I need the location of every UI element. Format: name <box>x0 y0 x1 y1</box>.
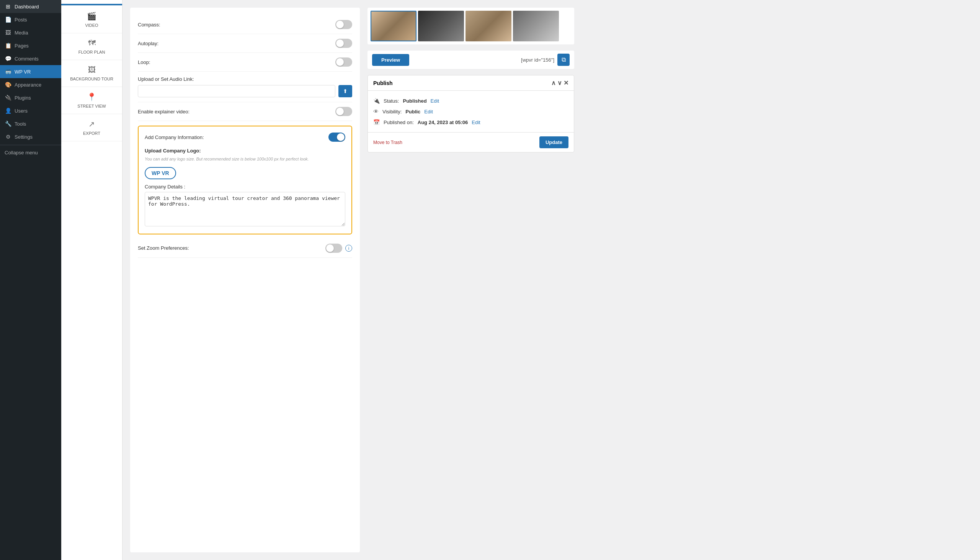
audio-upload-button[interactable]: ⬆ <box>339 85 352 97</box>
visibility-edit-link[interactable]: Edit <box>424 109 433 115</box>
sidebar-item-pages[interactable]: 📋 Pages <box>0 39 61 52</box>
sidebar-item-dashboard[interactable]: ⊞ Dashboard <box>0 0 61 13</box>
sidebar-item-media[interactable]: 🖼 Media <box>0 26 61 39</box>
autoplay-toggle[interactable] <box>336 39 352 48</box>
sidebar-item-posts[interactable]: 📄 Posts <box>0 13 61 26</box>
sidebar-item-tools[interactable]: 🔧 Tools <box>0 117 61 130</box>
explainer-video-row: Enable explainer video: <box>138 102 352 121</box>
left-panel-item-video[interactable]: 🎬 VIDEO <box>61 6 122 33</box>
explainer-video-label: Enable explainer video: <box>138 109 189 115</box>
publish-visibility-row: 👁 Visibility: Public Edit <box>373 106 568 117</box>
street-view-icon: 📍 <box>87 92 96 102</box>
gallery-thumb-1[interactable] <box>370 11 417 42</box>
publish-footer: Move to Trash Update <box>368 132 574 152</box>
zoom-toggle[interactable] <box>326 243 342 253</box>
main-wrapper: 🎬 VIDEO 🗺 FLOOR PLAN 🖼 BACKGROUND TOUR 📍… <box>61 0 980 560</box>
sidebar-label-appearance: Appearance <box>15 82 42 88</box>
publish-collapse-up[interactable]: ∧ <box>551 79 556 87</box>
sidebar-item-wpvr[interactable]: 🥽 WP VR <box>0 65 61 78</box>
loop-row: Loop: <box>138 53 352 72</box>
status-icon: 🔌 <box>373 98 380 104</box>
admin-sidebar: ⊞ Dashboard 📄 Posts 🖼 Media 📋 Pages 💬 Co… <box>0 0 61 560</box>
gallery-thumb-2[interactable] <box>418 11 464 42</box>
logo-badge: WP VR <box>145 167 176 179</box>
calendar-icon: 📅 <box>373 119 380 125</box>
appearance-icon: 🎨 <box>5 81 12 88</box>
company-info-toggle[interactable] <box>329 133 345 142</box>
zoom-info-icon[interactable]: i <box>345 245 352 252</box>
left-panel-item-background-tour[interactable]: 🖼 BACKGROUND TOUR <box>61 60 122 87</box>
publish-close-icon[interactable]: ✕ <box>563 79 568 87</box>
company-details-label: Company Details : <box>145 184 345 190</box>
status-value: Published <box>403 98 427 104</box>
sidebar-label-posts: Posts <box>15 17 27 23</box>
sidebar-item-users[interactable]: 👤 Users <box>0 104 61 117</box>
collapse-menu-label: Collapse menu <box>5 150 38 155</box>
video-icon: 🎬 <box>87 12 96 21</box>
shortcode-text: [wpvr id="156"] <box>521 57 554 63</box>
video-label: VIDEO <box>85 23 98 28</box>
status-edit-link[interactable]: Edit <box>431 98 439 104</box>
logo-preview: WP VR <box>145 167 345 179</box>
users-icon: 👤 <box>5 107 12 114</box>
plugins-icon: 🔌 <box>5 94 12 101</box>
zoom-label: Set Zoom Preferences: <box>138 245 189 251</box>
autoplay-label: Autoplay: <box>138 41 158 47</box>
content-area: Compass: Autoplay: Loop: Upload or Set A… <box>123 0 980 560</box>
publish-panel: Publish ∧ ∨ ✕ 🔌 Status: Published Edit <box>367 75 574 152</box>
publish-body: 🔌 Status: Published Edit 👁 Visibility: P… <box>368 91 574 132</box>
sidebar-item-appearance[interactable]: 🎨 Appearance <box>0 78 61 91</box>
audio-row: Upload or Set Audio Link: ⬆ <box>138 72 352 102</box>
company-details-section: Company Details : WPVR is the leading vi… <box>145 184 345 228</box>
tools-icon: 🔧 <box>5 120 12 127</box>
sidebar-label-users: Users <box>15 108 28 114</box>
sidebar-label-dashboard: Dashboard <box>15 4 39 10</box>
status-label: Status: <box>384 98 399 104</box>
publish-status-row: 🔌 Status: Published Edit <box>373 95 568 106</box>
sidebar-label-comments: Comments <box>15 56 39 62</box>
floorplan-icon: 🗺 <box>88 39 96 47</box>
background-tour-icon: 🖼 <box>88 65 96 74</box>
collapse-menu[interactable]: Collapse menu <box>0 147 61 158</box>
wpvr-icon: 🥽 <box>5 68 12 75</box>
visibility-value: Public <box>405 109 420 115</box>
sidebar-item-settings[interactable]: ⚙ Settings <box>0 130 61 143</box>
progress-bar <box>61 4 122 5</box>
audio-input[interactable] <box>138 85 336 97</box>
copy-shortcode-button[interactable]: ⧉ <box>557 53 570 66</box>
visibility-label: Visibility: <box>382 109 402 115</box>
posts-icon: 📄 <box>5 16 12 23</box>
sidebar-item-comments[interactable]: 💬 Comments <box>0 52 61 65</box>
compass-label: Compass: <box>138 22 160 28</box>
left-panel-item-export[interactable]: ↗ EXPORT <box>61 114 122 141</box>
move-to-trash-link[interactable]: Move to Trash <box>373 140 402 145</box>
audio-label: Upload or Set Audio Link: <box>138 76 194 82</box>
left-panel: 🎬 VIDEO 🗺 FLOOR PLAN 🖼 BACKGROUND TOUR 📍… <box>61 0 123 560</box>
export-icon: ↗ <box>88 120 95 129</box>
sidebar-item-plugins[interactable]: 🔌 Plugins <box>0 91 61 104</box>
copy-icon: ⧉ <box>561 56 566 63</box>
publish-header: Publish ∧ ∨ ✕ <box>368 75 574 91</box>
company-info-label: Add Company Information: <box>145 135 204 140</box>
publish-collapse-down[interactable]: ∨ <box>557 79 562 87</box>
sidebar-label-wpvr: WP VR <box>15 69 31 75</box>
sidebar-label-media: Media <box>15 30 28 36</box>
company-details-textarea[interactable]: WPVR is the leading virtual tour creator… <box>145 192 345 227</box>
left-panel-item-street-view[interactable]: 📍 STREET VIEW <box>61 87 122 114</box>
company-info-box: Add Company Information: Upload Company … <box>138 126 352 234</box>
upload-logo-title: Upload Company Logo: <box>145 148 345 153</box>
dashboard-icon: ⊞ <box>5 3 12 10</box>
company-info-header: Add Company Information: <box>145 133 345 142</box>
left-panel-item-floorplan[interactable]: 🗺 FLOOR PLAN <box>61 33 122 60</box>
explainer-video-toggle[interactable] <box>336 107 352 116</box>
compass-toggle[interactable] <box>336 20 352 29</box>
shortcode-display: [wpvr id="156"] ⧉ <box>521 53 570 66</box>
published-edit-link[interactable]: Edit <box>472 120 480 125</box>
gallery-thumb-4[interactable] <box>513 11 559 42</box>
gallery-thumb-3[interactable] <box>465 11 512 42</box>
center-panel: Compass: Autoplay: Loop: Upload or Set A… <box>130 8 360 552</box>
settings-icon: ⚙ <box>5 133 12 140</box>
loop-toggle[interactable] <box>336 57 352 67</box>
update-button[interactable]: Update <box>539 137 568 148</box>
preview-button[interactable]: Preview <box>372 54 409 66</box>
